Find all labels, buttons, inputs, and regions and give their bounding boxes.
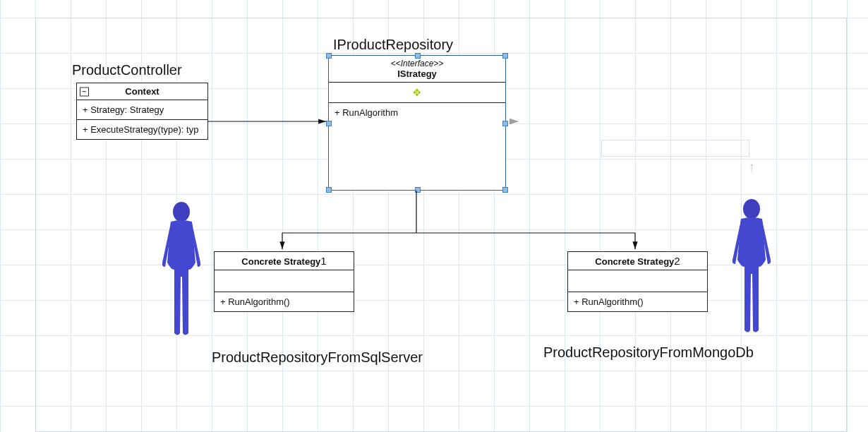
person-figure-left: [157, 199, 206, 340]
concrete1-empty: [215, 270, 354, 292]
concrete1-header: Concrete Strategy1: [215, 252, 354, 270]
concrete1-header-text: Concrete Strategy: [241, 256, 320, 267]
context-method: + ExecuteStrategy(type): typ: [77, 120, 207, 139]
interface-stereotype: <<Interface>>: [333, 59, 501, 68]
resize-handle[interactable]: [326, 53, 332, 59]
interface-uml-box[interactable]: <<Interface>> IStrategy ✥ + RunAlgorithm: [328, 55, 506, 191]
concrete1-suffix: 1: [320, 255, 326, 267]
interface-icon-row: ✥: [329, 83, 505, 103]
concrete2-method: + RunAlgorithm(): [568, 292, 707, 311]
concrete2-header-text: Concrete Strategy: [595, 256, 674, 267]
concrete1-method: + RunAlgorithm(): [215, 292, 354, 311]
concrete1-uml-box[interactable]: Concrete Strategy1 + RunAlgorithm(): [214, 251, 354, 312]
faded-rect: [601, 140, 749, 157]
context-label: ProductController: [72, 62, 182, 78]
context-attribute: + Strategy: Strategy: [77, 100, 207, 120]
interface-header: <<Interface>> IStrategy: [329, 56, 505, 83]
resize-handle[interactable]: [415, 187, 421, 193]
faded-up-arrow-icon: ↑: [748, 159, 755, 175]
resize-handle[interactable]: [326, 121, 332, 126]
concrete1-label: ProductRepositoryFromSqlServer: [212, 349, 423, 366]
person-figure-right: [727, 196, 776, 337]
context-header-text: Context: [125, 86, 159, 97]
context-uml-box[interactable]: − Context + Strategy: Strategy + Execute…: [76, 83, 208, 140]
interface-method: + RunAlgorithm: [329, 103, 505, 122]
context-header: − Context: [77, 83, 207, 100]
resize-handle[interactable]: [502, 53, 508, 59]
concrete2-uml-box[interactable]: Concrete Strategy2 + RunAlgorithm(): [567, 251, 708, 312]
resize-handle[interactable]: [502, 121, 508, 126]
move-icon[interactable]: ✥: [411, 87, 423, 98]
svg-point-6: [173, 202, 190, 222]
resize-handle[interactable]: [326, 187, 332, 193]
svg-point-7: [743, 199, 760, 219]
interface-name: IStrategy: [397, 68, 437, 79]
concrete2-header: Concrete Strategy2: [568, 252, 707, 270]
concrete2-empty: [568, 270, 707, 292]
concrete2-label: ProductRepositoryFromMongoDb: [543, 344, 754, 361]
collapse-icon[interactable]: −: [80, 87, 89, 96]
diagram-canvas: ↑ ProductController IProductRepository P…: [0, 0, 868, 432]
interface-label: IProductRepository: [333, 37, 453, 53]
concrete2-suffix: 2: [674, 255, 680, 267]
resize-handle[interactable]: [415, 53, 421, 59]
resize-handle[interactable]: [502, 187, 508, 193]
